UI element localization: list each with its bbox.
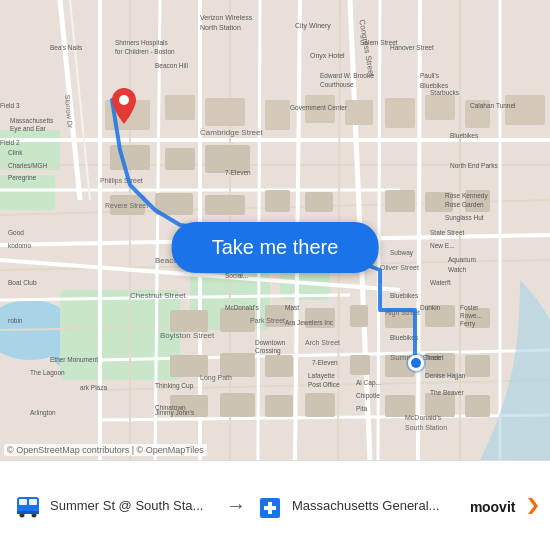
- svg-text:Field 2: Field 2: [0, 139, 20, 146]
- svg-text:Paull's: Paull's: [420, 72, 440, 79]
- svg-rect-72: [220, 393, 255, 417]
- svg-text:Aquarium: Aquarium: [448, 256, 476, 264]
- svg-text:Hanover Street: Hanover Street: [390, 44, 434, 51]
- svg-text:Long Path: Long Path: [200, 374, 232, 382]
- svg-text:Revere Street: Revere Street: [105, 202, 148, 209]
- destination-section: Massachusetts General...: [254, 490, 460, 522]
- svg-text:Arch Street: Arch Street: [305, 339, 340, 346]
- svg-text:The Beaver: The Beaver: [430, 389, 464, 396]
- svg-text:Boylston Street: Boylston Street: [160, 331, 215, 340]
- destination-pin: [112, 88, 136, 120]
- svg-text:Social...: Social...: [225, 272, 248, 279]
- svg-text:Clink: Clink: [8, 149, 23, 156]
- svg-text:Al Cap...: Al Cap...: [356, 379, 381, 387]
- svg-text:Boat Club: Boat Club: [8, 279, 37, 286]
- svg-text:Foster: Foster: [460, 304, 479, 311]
- svg-text:Post Office: Post Office: [308, 381, 340, 388]
- svg-text:North End Parks: North End Parks: [450, 162, 498, 169]
- svg-rect-39: [165, 148, 195, 170]
- svg-text:Government Center: Government Center: [290, 104, 348, 111]
- svg-rect-56: [170, 310, 208, 332]
- svg-text:Chinatown: Chinatown: [155, 404, 186, 411]
- svg-text:Bluebikes: Bluebikes: [390, 292, 419, 299]
- svg-text:Charles/MGH: Charles/MGH: [8, 162, 48, 169]
- svg-rect-77: [465, 395, 490, 417]
- bus-icon: [12, 490, 44, 522]
- svg-text:McDonald's: McDonald's: [405, 414, 442, 421]
- svg-text:Bluebikes: Bluebikes: [420, 82, 449, 89]
- svg-rect-36: [165, 95, 195, 120]
- svg-rect-44: [385, 98, 415, 128]
- svg-text:Verizon Wireless: Verizon Wireless: [200, 14, 253, 21]
- svg-text:Ara Jewelers Inc: Ara Jewelers Inc: [285, 319, 334, 326]
- take-me-there-button[interactable]: Take me there: [172, 222, 379, 273]
- svg-rect-167: [29, 499, 37, 505]
- svg-line-27: [378, 0, 380, 460]
- svg-text:Shriners Hospitals: Shriners Hospitals: [115, 39, 168, 47]
- svg-text:Phillips Street: Phillips Street: [100, 177, 143, 185]
- svg-rect-70: [465, 355, 490, 377]
- svg-rect-43: [345, 100, 373, 125]
- svg-text:Edward W. Brooke: Edward W. Brooke: [320, 72, 374, 79]
- svg-text:Courthouse: Courthouse: [320, 81, 354, 88]
- svg-rect-37: [205, 98, 245, 126]
- svg-text:Starbucks: Starbucks: [430, 89, 460, 96]
- svg-rect-53: [385, 190, 415, 212]
- svg-text:m: m: [470, 499, 482, 515]
- svg-text:State Street: State Street: [430, 229, 465, 236]
- svg-text:robin: robin: [8, 317, 23, 324]
- svg-text:Watch: Watch: [448, 266, 467, 273]
- hospital-icon: [254, 490, 286, 522]
- route-arrow: →: [226, 494, 246, 517]
- svg-rect-74: [305, 393, 335, 417]
- origin-section: Summer St @ South Sta...: [12, 490, 218, 522]
- svg-text:Rose Kennedy: Rose Kennedy: [445, 192, 488, 200]
- svg-text:Crossing: Crossing: [255, 347, 281, 355]
- svg-rect-49: [155, 193, 193, 215]
- svg-text:Field 3: Field 3: [0, 102, 20, 109]
- svg-text:Rowe...: Rowe...: [460, 312, 482, 319]
- svg-line-28: [418, 0, 420, 460]
- svg-text:Peregrine: Peregrine: [8, 174, 37, 182]
- svg-text:Calahan Tunnel: Calahan Tunnel: [470, 102, 516, 109]
- svg-text:Chipotle: Chipotle: [356, 392, 380, 400]
- svg-rect-45: [425, 95, 455, 120]
- route-info: Summer St @ South Sta... → Massachusetts…: [12, 490, 538, 522]
- svg-text:Trade: Trade: [425, 354, 442, 361]
- svg-text:Denise Hajjan: Denise Hajjan: [425, 372, 466, 380]
- svg-rect-50: [205, 195, 245, 215]
- svg-text:Onyx Hotel: Onyx Hotel: [310, 52, 345, 60]
- svg-text:Lafayette: Lafayette: [308, 372, 335, 380]
- svg-text:7-Eleven: 7-Eleven: [312, 359, 338, 366]
- svg-text:oovit: oovit: [482, 499, 516, 515]
- svg-text:Massachusetts: Massachusetts: [10, 117, 54, 124]
- bottom-bar: Summer St @ South Sta... → Massachusetts…: [0, 460, 550, 550]
- svg-text:The Lagoon: The Lagoon: [30, 369, 65, 377]
- svg-rect-47: [505, 95, 545, 125]
- svg-text:Bluebikes: Bluebikes: [450, 132, 479, 139]
- svg-rect-166: [19, 499, 27, 505]
- svg-text:Dunkin: Dunkin: [420, 304, 441, 311]
- origin-text: Summer St @ South Sta...: [50, 498, 203, 513]
- svg-text:Park Street: Park Street: [250, 317, 285, 324]
- svg-rect-41: [265, 100, 290, 130]
- origin-dot: [408, 355, 424, 371]
- svg-text:Rose Garden: Rose Garden: [445, 201, 484, 208]
- svg-text:Chestnut Street: Chestnut Street: [130, 291, 186, 300]
- map-view: Cambridge Street Phillips Street Revere …: [0, 0, 550, 460]
- svg-text:Eye and Ear: Eye and Ear: [10, 125, 47, 133]
- svg-rect-173: [264, 506, 276, 510]
- svg-text:Beacon Hill: Beacon Hill: [155, 62, 188, 69]
- svg-rect-51: [265, 190, 290, 212]
- svg-text:Arlington: Arlington: [30, 409, 56, 417]
- svg-text:City Winery: City Winery: [295, 22, 331, 30]
- svg-text:Bea's Nails: Bea's Nails: [50, 44, 83, 51]
- svg-rect-170: [17, 511, 39, 514]
- svg-text:Oliver Street: Oliver Street: [380, 264, 419, 271]
- svg-text:Pita: Pita: [356, 405, 368, 412]
- svg-text:for Children - Boston: for Children - Boston: [115, 48, 175, 55]
- svg-text:High Street: High Street: [385, 309, 420, 317]
- moovit-logo: m oovit: [468, 490, 538, 522]
- svg-text:New E...: New E...: [430, 242, 455, 249]
- map-attribution: © OpenStreetMap contributors | © OpenMap…: [4, 444, 207, 456]
